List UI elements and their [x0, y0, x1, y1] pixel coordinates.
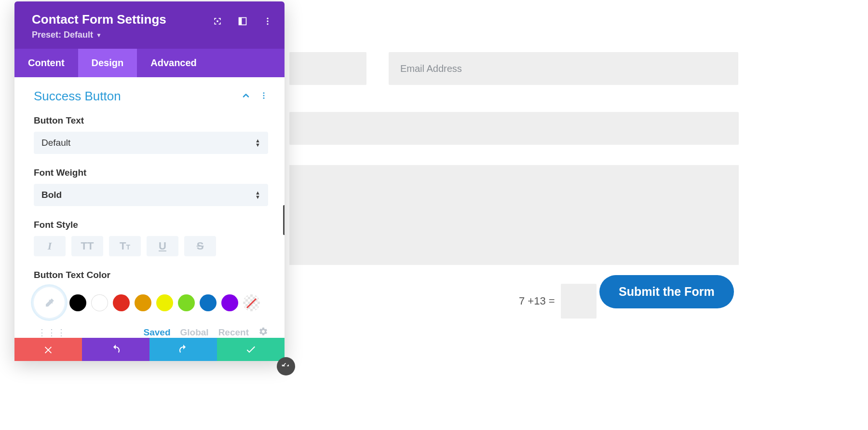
underline-button[interactable]: U — [147, 236, 178, 256]
preset-label: Preset: Default — [32, 30, 93, 40]
chevron-down-icon: ▼ — [96, 32, 102, 39]
section-title[interactable]: Success Button — [34, 89, 121, 104]
captcha-answer-box[interactable] — [561, 284, 597, 319]
tab-content[interactable]: Content — [14, 49, 78, 77]
button-text-select[interactable]: Default ▲▼ — [34, 132, 268, 154]
submit-button[interactable]: Submit the Form — [599, 275, 734, 308]
tab-advanced[interactable]: Advanced — [137, 49, 210, 77]
settings-panel: Contact Form Settings Preset: Default ▼ … — [14, 1, 285, 361]
swatch-white[interactable] — [91, 294, 108, 311]
resize-handle[interactable] — [277, 357, 295, 375]
snap-left-icon[interactable] — [237, 16, 248, 27]
email-field[interactable] — [389, 52, 738, 85]
section-options-icon[interactable] — [259, 91, 268, 102]
swatch-purple[interactable] — [221, 294, 238, 311]
svg-rect-0 — [217, 20, 218, 22]
select-sort-icon: ▲▼ — [255, 139, 260, 147]
swatch-orange[interactable] — [135, 294, 151, 311]
svg-point-8 — [263, 97, 265, 98]
swatch-red[interactable] — [113, 294, 130, 311]
color-settings-icon[interactable] — [258, 327, 268, 338]
swatch-blue[interactable] — [200, 294, 217, 311]
swatch-black[interactable] — [69, 294, 86, 311]
captcha-expression: 7 +13 = — [519, 295, 555, 307]
font-weight-select[interactable]: Bold ▲▼ — [34, 184, 268, 206]
drag-handle-icon[interactable]: ⋮⋮⋮ — [38, 327, 67, 338]
swatch-green[interactable] — [178, 294, 195, 311]
italic-button[interactable]: I — [34, 236, 66, 256]
redo-icon — [177, 344, 189, 355]
color-tab-global[interactable]: Global — [180, 327, 209, 338]
button-text-label: Button Text — [34, 115, 268, 126]
strikethrough-button[interactable]: S — [184, 236, 216, 256]
collapse-section-icon[interactable] — [241, 91, 251, 102]
expand-icon[interactable] — [212, 16, 223, 27]
save-button[interactable] — [217, 338, 285, 361]
tab-design[interactable]: Design — [78, 49, 137, 77]
color-tab-recent[interactable]: Recent — [218, 327, 249, 338]
font-style-label: Font Style — [34, 220, 268, 230]
svg-rect-2 — [239, 18, 242, 25]
message-field[interactable] — [289, 165, 739, 265]
font-weight-value: Bold — [41, 190, 62, 200]
undo-button[interactable] — [82, 338, 149, 361]
scrollbar-thumb[interactable] — [283, 205, 285, 235]
button-text-color-label: Button Text Color — [34, 270, 268, 280]
subject-field[interactable] — [289, 112, 739, 145]
tab-bar: Content Design Advanced — [14, 49, 285, 77]
svg-point-7 — [263, 95, 265, 96]
font-weight-label: Font Weight — [34, 167, 268, 178]
swatch-transparent[interactable] — [243, 294, 260, 311]
cancel-button[interactable] — [14, 338, 82, 361]
preset-selector[interactable]: Preset: Default ▼ — [32, 30, 271, 40]
check-icon — [245, 344, 257, 355]
more-options-icon[interactable] — [262, 16, 273, 27]
redo-button[interactable] — [149, 338, 217, 361]
close-icon — [43, 344, 54, 355]
name-field[interactable] — [289, 52, 366, 85]
svg-point-3 — [267, 18, 268, 19]
svg-point-6 — [263, 92, 265, 94]
select-sort-icon: ▲▼ — [255, 191, 260, 199]
undo-icon — [110, 344, 122, 355]
svg-point-4 — [267, 20, 268, 22]
button-text-value: Default — [41, 138, 70, 148]
uppercase-button[interactable]: TT — [71, 236, 103, 256]
eyedropper-icon — [44, 297, 54, 308]
color-tab-saved[interactable]: Saved — [144, 327, 171, 338]
swatch-yellow[interactable] — [156, 294, 173, 311]
svg-point-5 — [267, 23, 268, 25]
smallcaps-button[interactable]: TT — [109, 236, 141, 256]
color-picker-button[interactable] — [34, 287, 65, 318]
resize-icon — [281, 361, 291, 371]
